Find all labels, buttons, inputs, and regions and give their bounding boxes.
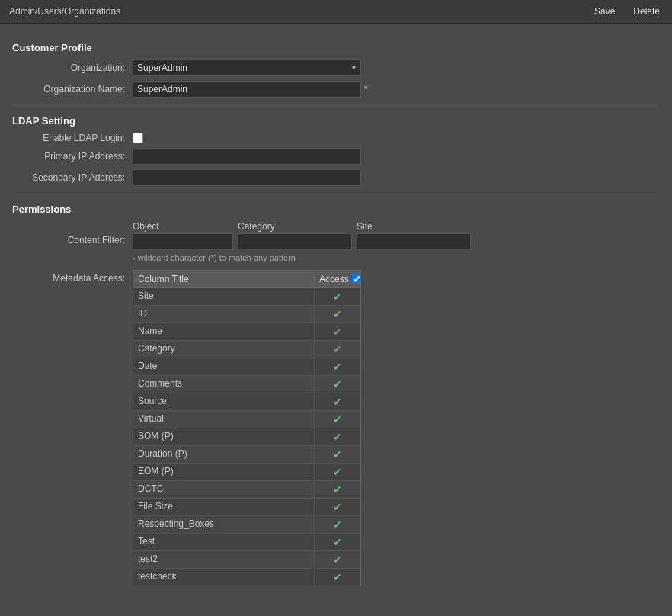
table-row: Name✔ (133, 323, 360, 341)
row-title: ID (133, 306, 315, 322)
permissions-title: Permissions (12, 204, 660, 215)
check-icon: ✔ (333, 343, 342, 355)
object-input[interactable] (133, 233, 233, 250)
category-input[interactable] (238, 233, 352, 250)
customer-profile-section: Customer Profile Organization: SuperAdmi… (12, 42, 660, 98)
check-icon: ✔ (333, 483, 342, 496)
row-title: Duration (P) (133, 446, 315, 463)
check-icon: ✔ (333, 378, 342, 390)
table-row: EOM (P)✔ (133, 464, 360, 481)
check-icon: ✔ (333, 396, 342, 408)
row-access: ✔ (315, 481, 360, 498)
organization-select[interactable]: SuperAdmin (133, 59, 361, 76)
row-title: File Size (133, 499, 315, 515)
organization-name-input[interactable] (133, 81, 361, 98)
check-icon: ✔ (333, 466, 342, 478)
row-title: Category (133, 341, 315, 358)
row-access: ✔ (315, 411, 360, 428)
table-row: Date✔ (133, 358, 360, 376)
category-header: Category (238, 221, 352, 232)
table-row: ID✔ (133, 306, 360, 323)
row-title: testcheck (133, 569, 315, 586)
check-icon: ✔ (333, 326, 342, 338)
row-access: ✔ (315, 306, 360, 322)
row-access: ✔ (315, 464, 360, 480)
table-row: Comments✔ (133, 376, 360, 393)
row-access: ✔ (315, 534, 360, 550)
delete-button[interactable]: Delete (630, 5, 663, 18)
row-title: SOM (P) (133, 428, 315, 445)
metadata-table-body[interactable]: Site✔ID✔Name✔Category✔Date✔Comments✔Sour… (133, 288, 360, 586)
primary-ip-label: Primary IP Address: (18, 151, 133, 162)
row-access: ✔ (315, 569, 360, 586)
row-title: Comments (133, 376, 315, 393)
save-button[interactable]: Save (591, 5, 618, 18)
table-row: DCTC✔ (133, 481, 360, 499)
enable-ldap-label: Enable LDAP Login: (18, 133, 133, 143)
row-title: Source (133, 393, 315, 410)
row-access: ✔ (315, 288, 360, 305)
table-row: Duration (P)✔ (133, 446, 360, 464)
metadata-table-header: Column Title Access (133, 271, 360, 288)
organization-row: Organization: SuperAdmin (12, 59, 660, 76)
check-icon: ✔ (333, 431, 342, 443)
table-row: Category✔ (133, 341, 360, 358)
row-access: ✔ (315, 323, 360, 340)
wildcard-note: - wildcard character (*) to match any pa… (133, 253, 471, 262)
primary-ip-row: Primary IP Address: (12, 148, 660, 165)
metadata-table: Column Title Access Site✔ID✔Name✔Categor… (133, 270, 361, 586)
organization-name-label: Organization Name: (18, 84, 133, 95)
secondary-ip-row: Secondary IP Address: (12, 169, 660, 186)
row-title: EOM (P) (133, 464, 315, 480)
customer-profile-title: Customer Profile (12, 42, 660, 53)
table-row: testcheck✔ (133, 569, 360, 586)
column-title-header: Column Title (133, 271, 315, 287)
organization-label: Organization: (18, 63, 133, 73)
secondary-ip-label: Secondary IP Address: (18, 172, 133, 183)
row-access: ✔ (315, 516, 360, 533)
site-header: Site (357, 221, 471, 232)
check-icon: ✔ (333, 413, 342, 425)
breadcrumb: Admin/Users/Organizations (9, 6, 120, 17)
required-star: * (364, 84, 368, 95)
table-row: File Size✔ (133, 499, 360, 516)
check-icon: ✔ (333, 536, 342, 548)
row-access: ✔ (315, 393, 360, 410)
row-access: ✔ (315, 428, 360, 445)
ldap-setting-section: LDAP Setting Enable LDAP Login: Primary … (12, 115, 660, 186)
title-bar: Admin/Users/Organizations Save Delete (0, 0, 672, 24)
table-row: Respecting_Boxes✔ (133, 516, 360, 534)
table-row: SOM (P)✔ (133, 428, 360, 446)
check-icon: ✔ (333, 553, 342, 566)
secondary-ip-input[interactable] (133, 169, 361, 186)
check-icon: ✔ (333, 448, 342, 460)
metadata-access-row: Metadata Access: Column Title Access Sit… (12, 270, 660, 586)
object-header: Object (133, 221, 233, 232)
row-access: ✔ (315, 358, 360, 375)
metadata-access-label: Metadata Access: (18, 270, 133, 284)
check-icon: ✔ (333, 361, 342, 373)
site-input[interactable] (357, 233, 471, 250)
row-access: ✔ (315, 446, 360, 463)
check-icon: ✔ (333, 518, 342, 531)
table-row: Site✔ (133, 288, 360, 306)
row-access: ✔ (315, 551, 360, 568)
row-title: Test (133, 534, 315, 550)
table-row: Source✔ (133, 393, 360, 411)
access-all-checkbox[interactable] (352, 274, 361, 284)
enable-ldap-checkbox[interactable] (133, 133, 143, 143)
row-access: ✔ (315, 499, 360, 515)
row-title: test2 (133, 551, 315, 568)
permissions-section: Permissions Content Filter: Object Categ… (12, 204, 660, 586)
ldap-setting-title: LDAP Setting (12, 115, 660, 127)
row-title: Date (133, 358, 315, 375)
row-access: ✔ (315, 341, 360, 358)
row-title: Site (133, 288, 315, 305)
check-icon: ✔ (333, 308, 342, 320)
primary-ip-input[interactable] (133, 148, 361, 165)
row-title: DCTC (133, 481, 315, 498)
row-title: Respecting_Boxes (133, 516, 315, 533)
organization-name-row: Organization Name: * (12, 81, 660, 98)
content-filter-row: Content Filter: Object Category Site - w… (12, 221, 660, 262)
access-header: Access (315, 271, 360, 287)
